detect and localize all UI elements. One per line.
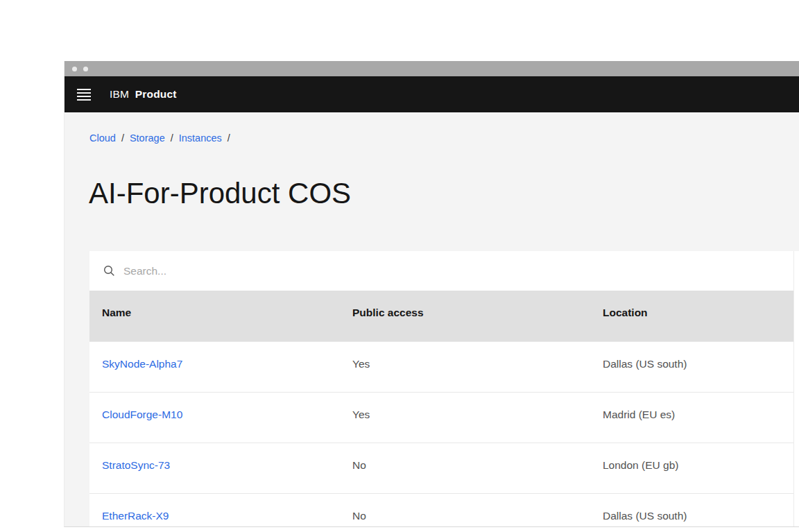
public-access-cell: Yes [340, 393, 590, 443]
table-row: EtherRack-X9 No Dallas (US south) [89, 493, 793, 527]
breadcrumb-link-instances[interactable]: Instances [179, 132, 222, 144]
location-cell: London (EU gb) [590, 443, 793, 493]
breadcrumb-separator: / [227, 132, 230, 144]
brand-title: IBM Product [110, 88, 177, 101]
instance-link[interactable]: EtherRack-X9 [102, 510, 169, 522]
window-control-dot[interactable] [83, 67, 88, 71]
table-row: CloudForge-M10 Yes Madrid (EU es) [89, 392, 793, 443]
search-input[interactable] [123, 265, 401, 277]
location-cell: Dallas (US south) [590, 342, 793, 392]
table-row: SkyNode-Alpha7 Yes Dallas (US south) [89, 341, 793, 392]
window-titlebar [65, 61, 799, 76]
instance-link[interactable]: CloudForge-M10 [102, 409, 182, 420]
vertical-scrollbar[interactable] [793, 251, 799, 527]
public-access-cell: No [340, 494, 590, 527]
breadcrumb-separator: / [121, 132, 124, 144]
hamburger-menu-icon[interactable] [77, 89, 91, 101]
breadcrumb-link-cloud[interactable]: Cloud [89, 132, 116, 144]
brand-name: Product [135, 88, 177, 100]
column-header-location: Location [590, 291, 793, 341]
instance-link[interactable]: StratoSync-73 [102, 459, 170, 471]
public-access-cell: No [340, 443, 590, 493]
column-header-public-access: Public access [340, 291, 590, 341]
page-content: Cloud/Storage/Instances/ AI-For-Product … [65, 112, 799, 527]
app-header: IBM Product [65, 76, 799, 112]
location-cell: Madrid (EU es) [590, 393, 793, 443]
breadcrumb: Cloud/Storage/Instances/ [65, 112, 799, 145]
location-cell: Dallas (US south) [590, 494, 793, 527]
browser-window: IBM Product Cloud/Storage/Instances/ AI-… [64, 61, 799, 527]
breadcrumb-separator: / [171, 132, 173, 144]
window-control-dot[interactable] [72, 67, 77, 71]
column-header-name: Name [89, 291, 340, 341]
breadcrumb-link-storage[interactable]: Storage [130, 132, 165, 144]
table-row: StratoSync-73 No London (EU gb) [89, 443, 793, 493]
search-bar[interactable] [89, 251, 793, 291]
brand-prefix: IBM [110, 88, 129, 100]
instances-table: Name Public access Location SkyNode-Alph… [89, 251, 793, 527]
public-access-cell: Yes [340, 342, 590, 392]
table-header-row: Name Public access Location [89, 291, 793, 341]
page-title: AI-For-Product COS [89, 176, 799, 211]
instance-link[interactable]: SkyNode-Alpha7 [102, 358, 182, 370]
search-icon [103, 265, 115, 277]
